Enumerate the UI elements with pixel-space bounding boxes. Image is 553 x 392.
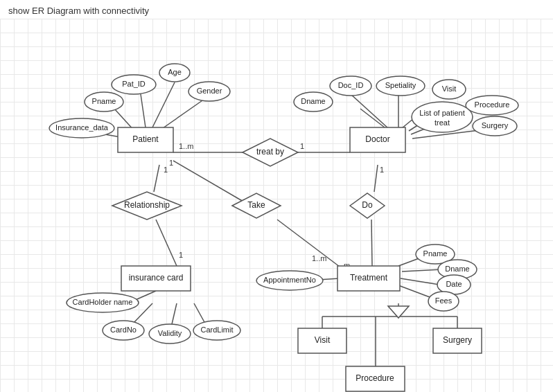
svg-text:AppointmentNo: AppointmentNo	[263, 276, 316, 284]
svg-line-32	[401, 278, 439, 285]
attr-dname-doctor: Dname	[294, 92, 333, 112]
svg-text:treat: treat	[434, 118, 450, 127]
svg-line-14	[141, 94, 146, 127]
attr-fees-treatment: Fees	[428, 292, 459, 311]
attr-validity: Validity	[149, 324, 191, 344]
svg-text:Procedure: Procedure	[356, 373, 394, 383]
attr-age: Age	[159, 64, 190, 82]
entity-visit-sub: Visit	[298, 328, 346, 353]
attr-appointment: AppointmentNo	[256, 271, 323, 290]
entity-procedure-sub: Procedure	[346, 366, 405, 391]
svg-text:1: 1	[169, 159, 173, 167]
attr-surgery-doctor: Surgery	[473, 116, 517, 136]
svg-line-6	[374, 165, 378, 192]
svg-text:Age: Age	[168, 68, 182, 76]
svg-text:Pname: Pname	[92, 97, 116, 105]
svg-text:Surgery: Surgery	[443, 335, 472, 345]
svg-text:Insurance_data: Insurance_data	[55, 123, 109, 132]
attr-cardlimit: CardLimit	[193, 321, 240, 340]
svg-line-31	[402, 269, 442, 271]
svg-line-19	[360, 109, 385, 127]
entity-patient: Patient	[118, 127, 173, 152]
attr-cardno: CardNo	[103, 321, 144, 340]
attr-speciality: Spetiality	[376, 76, 425, 96]
svg-line-28	[172, 303, 177, 324]
svg-text:Relationship: Relationship	[124, 200, 170, 210]
svg-text:1: 1	[179, 251, 183, 259]
relation-do: Do	[350, 193, 385, 218]
svg-line-15	[152, 82, 175, 127]
er-diagram: 1..m 1 1 1 1 1 1..m m Patient Doctor ins…	[0, 19, 553, 392]
svg-line-29	[194, 303, 205, 323]
relation-take: Take	[232, 193, 281, 218]
attr-list-patient: List of patient treat	[412, 102, 473, 132]
attr-gender: Gender	[188, 82, 230, 101]
entity-doctor: Doctor	[350, 127, 405, 152]
svg-text:Doctor: Doctor	[365, 134, 389, 144]
svg-text:CardHolder name: CardHolder name	[73, 298, 133, 306]
svg-line-4	[173, 161, 248, 204]
attr-doc-id: Doc_ID	[330, 76, 371, 96]
svg-text:Dname: Dname	[301, 97, 325, 105]
svg-line-5	[277, 220, 340, 267]
svg-text:Dname: Dname	[445, 265, 469, 273]
svg-text:1: 1	[380, 166, 384, 174]
svg-text:Procedure: Procedure	[475, 100, 510, 109]
svg-text:Doc_ID: Doc_ID	[338, 81, 364, 89]
svg-text:Do: Do	[362, 200, 373, 210]
svg-text:Validity: Validity	[158, 329, 182, 337]
svg-text:treat by: treat by	[256, 147, 284, 157]
svg-text:insurance card: insurance card	[129, 273, 184, 283]
relation-treat-by: treat by	[243, 139, 298, 166]
svg-text:Pat_ID: Pat_ID	[122, 80, 146, 88]
svg-point-85	[412, 102, 473, 132]
header-title: show ER Diagram with connectivity	[8, 6, 149, 16]
svg-line-3	[156, 220, 177, 266]
entity-insurance-card: insurance card	[121, 266, 191, 291]
attr-insurance-data: Insurance_data	[49, 118, 114, 138]
svg-text:Treatment: Treatment	[350, 273, 388, 283]
svg-text:CardNo: CardNo	[110, 326, 137, 334]
svg-text:1: 1	[300, 142, 304, 150]
attr-visit-doctor: Visit	[432, 80, 466, 99]
attr-procedure-doctor: Procedure	[466, 96, 518, 115]
relation-relationship: Relationship	[112, 192, 182, 220]
svg-text:1: 1	[164, 166, 168, 174]
svg-text:CardLimit: CardLimit	[200, 326, 233, 334]
entity-surgery-sub: Surgery	[433, 328, 482, 353]
svg-text:Patient: Patient	[132, 134, 159, 144]
page-header: show ER Diagram with connectivity	[0, 0, 553, 19]
svg-text:Pname: Pname	[423, 249, 448, 258]
svg-text:Visit: Visit	[442, 84, 457, 93]
attr-pat-id: Pat_ID	[112, 75, 156, 94]
svg-text:Fees: Fees	[435, 296, 453, 305]
svg-line-16	[163, 99, 204, 128]
svg-text:List of patient: List of patient	[419, 109, 464, 117]
svg-text:Date: Date	[446, 280, 462, 288]
svg-line-20	[351, 94, 388, 128]
entity-treatment: Treatment	[337, 266, 400, 291]
attr-pname-patient: Pname	[85, 92, 123, 112]
svg-text:1..m: 1..m	[312, 254, 326, 262]
svg-line-2	[154, 165, 159, 192]
svg-text:Take: Take	[247, 200, 265, 210]
svg-text:Gender: Gender	[197, 87, 222, 95]
svg-text:Surgery: Surgery	[482, 121, 509, 130]
svg-text:Visit: Visit	[315, 335, 331, 345]
attr-cardholder: CardHolder name	[67, 293, 139, 312]
svg-text:Spetiality: Spetiality	[385, 81, 416, 89]
svg-line-7	[371, 220, 372, 266]
svg-text:1..m: 1..m	[179, 142, 193, 150]
